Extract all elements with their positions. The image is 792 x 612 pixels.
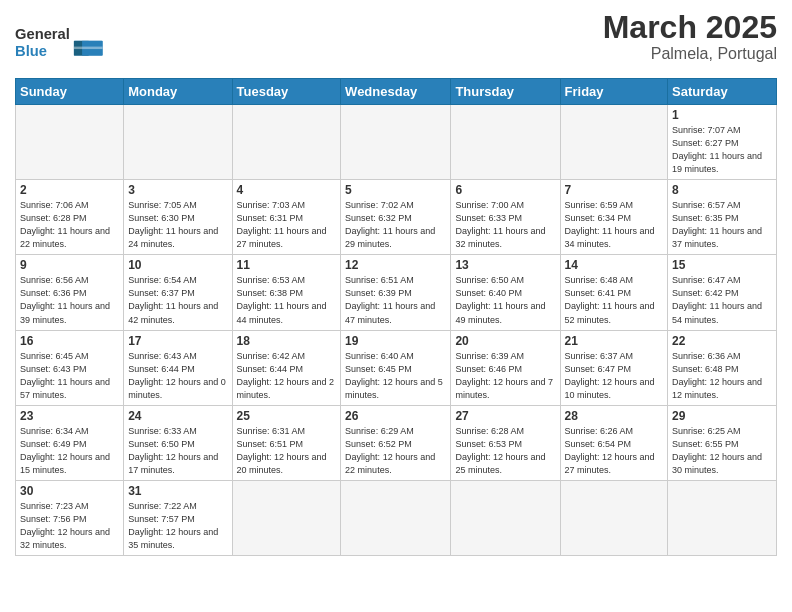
- page-title: March 2025: [603, 10, 777, 45]
- day-number: 1: [672, 108, 772, 122]
- calendar-header-row: Sunday Monday Tuesday Wednesday Thursday…: [16, 79, 777, 105]
- header-saturday: Saturday: [668, 79, 777, 105]
- calendar-cell: 1Sunrise: 7:07 AM Sunset: 6:27 PM Daylig…: [668, 105, 777, 180]
- day-info: Sunrise: 6:28 AM Sunset: 6:53 PM Dayligh…: [455, 425, 555, 477]
- day-number: 25: [237, 409, 337, 423]
- day-number: 13: [455, 258, 555, 272]
- calendar-cell: 11Sunrise: 6:53 AM Sunset: 6:38 PM Dayli…: [232, 255, 341, 330]
- calendar-cell: 8Sunrise: 6:57 AM Sunset: 6:35 PM Daylig…: [668, 180, 777, 255]
- day-number: 10: [128, 258, 227, 272]
- day-info: Sunrise: 6:33 AM Sunset: 6:50 PM Dayligh…: [128, 425, 227, 477]
- calendar-week-4: 16Sunrise: 6:45 AM Sunset: 6:43 PM Dayli…: [16, 330, 777, 405]
- calendar-week-6: 30Sunrise: 7:23 AM Sunset: 7:56 PM Dayli…: [16, 480, 777, 555]
- header-friday: Friday: [560, 79, 668, 105]
- svg-text:Blue: Blue: [15, 43, 47, 59]
- day-info: Sunrise: 6:40 AM Sunset: 6:45 PM Dayligh…: [345, 350, 446, 402]
- calendar-cell: 26Sunrise: 6:29 AM Sunset: 6:52 PM Dayli…: [341, 405, 451, 480]
- calendar-cell: 18Sunrise: 6:42 AM Sunset: 6:44 PM Dayli…: [232, 330, 341, 405]
- day-info: Sunrise: 6:39 AM Sunset: 6:46 PM Dayligh…: [455, 350, 555, 402]
- day-info: Sunrise: 6:48 AM Sunset: 6:41 PM Dayligh…: [565, 274, 664, 326]
- day-number: 3: [128, 183, 227, 197]
- calendar-cell: 10Sunrise: 6:54 AM Sunset: 6:37 PM Dayli…: [124, 255, 232, 330]
- calendar-cell: 28Sunrise: 6:26 AM Sunset: 6:54 PM Dayli…: [560, 405, 668, 480]
- calendar-cell: 5Sunrise: 7:02 AM Sunset: 6:32 PM Daylig…: [341, 180, 451, 255]
- calendar-cell: [16, 105, 124, 180]
- calendar-cell: 14Sunrise: 6:48 AM Sunset: 6:41 PM Dayli…: [560, 255, 668, 330]
- calendar-cell: 3Sunrise: 7:05 AM Sunset: 6:30 PM Daylig…: [124, 180, 232, 255]
- calendar-cell: 20Sunrise: 6:39 AM Sunset: 6:46 PM Dayli…: [451, 330, 560, 405]
- calendar-cell: 15Sunrise: 6:47 AM Sunset: 6:42 PM Dayli…: [668, 255, 777, 330]
- calendar-cell: 9Sunrise: 6:56 AM Sunset: 6:36 PM Daylig…: [16, 255, 124, 330]
- calendar-cell: [232, 105, 341, 180]
- calendar-cell: 4Sunrise: 7:03 AM Sunset: 6:31 PM Daylig…: [232, 180, 341, 255]
- calendar-cell: 31Sunrise: 7:22 AM Sunset: 7:57 PM Dayli…: [124, 480, 232, 555]
- day-number: 20: [455, 334, 555, 348]
- day-info: Sunrise: 6:29 AM Sunset: 6:52 PM Dayligh…: [345, 425, 446, 477]
- day-number: 7: [565, 183, 664, 197]
- day-info: Sunrise: 7:00 AM Sunset: 6:33 PM Dayligh…: [455, 199, 555, 251]
- header-sunday: Sunday: [16, 79, 124, 105]
- logo: General Blue: [15, 15, 105, 70]
- day-number: 15: [672, 258, 772, 272]
- day-info: Sunrise: 6:43 AM Sunset: 6:44 PM Dayligh…: [128, 350, 227, 402]
- day-info: Sunrise: 6:45 AM Sunset: 6:43 PM Dayligh…: [20, 350, 119, 402]
- day-info: Sunrise: 6:47 AM Sunset: 6:42 PM Dayligh…: [672, 274, 772, 326]
- header-tuesday: Tuesday: [232, 79, 341, 105]
- calendar-cell: 25Sunrise: 6:31 AM Sunset: 6:51 PM Dayli…: [232, 405, 341, 480]
- day-info: Sunrise: 6:54 AM Sunset: 6:37 PM Dayligh…: [128, 274, 227, 326]
- calendar-week-5: 23Sunrise: 6:34 AM Sunset: 6:49 PM Dayli…: [16, 405, 777, 480]
- calendar-cell: [232, 480, 341, 555]
- day-number: 12: [345, 258, 446, 272]
- day-number: 14: [565, 258, 664, 272]
- day-info: Sunrise: 6:56 AM Sunset: 6:36 PM Dayligh…: [20, 274, 119, 326]
- day-info: Sunrise: 6:51 AM Sunset: 6:39 PM Dayligh…: [345, 274, 446, 326]
- day-info: Sunrise: 6:57 AM Sunset: 6:35 PM Dayligh…: [672, 199, 772, 251]
- svg-text:General: General: [15, 26, 70, 42]
- day-info: Sunrise: 7:02 AM Sunset: 6:32 PM Dayligh…: [345, 199, 446, 251]
- page: General Blue March 2025 Palmela, Portuga…: [0, 0, 792, 571]
- calendar-cell: [341, 480, 451, 555]
- day-info: Sunrise: 7:07 AM Sunset: 6:27 PM Dayligh…: [672, 124, 772, 176]
- calendar-cell: [560, 105, 668, 180]
- day-number: 6: [455, 183, 555, 197]
- calendar-cell: 17Sunrise: 6:43 AM Sunset: 6:44 PM Dayli…: [124, 330, 232, 405]
- day-info: Sunrise: 6:36 AM Sunset: 6:48 PM Dayligh…: [672, 350, 772, 402]
- day-number: 9: [20, 258, 119, 272]
- calendar-cell: 12Sunrise: 6:51 AM Sunset: 6:39 PM Dayli…: [341, 255, 451, 330]
- day-info: Sunrise: 6:42 AM Sunset: 6:44 PM Dayligh…: [237, 350, 337, 402]
- day-info: Sunrise: 6:34 AM Sunset: 6:49 PM Dayligh…: [20, 425, 119, 477]
- header-thursday: Thursday: [451, 79, 560, 105]
- day-number: 29: [672, 409, 772, 423]
- day-number: 23: [20, 409, 119, 423]
- day-number: 22: [672, 334, 772, 348]
- calendar-cell: 21Sunrise: 6:37 AM Sunset: 6:47 PM Dayli…: [560, 330, 668, 405]
- day-info: Sunrise: 7:06 AM Sunset: 6:28 PM Dayligh…: [20, 199, 119, 251]
- header-monday: Monday: [124, 79, 232, 105]
- title-block: March 2025 Palmela, Portugal: [603, 10, 777, 63]
- day-number: 8: [672, 183, 772, 197]
- day-number: 4: [237, 183, 337, 197]
- calendar-body: 1Sunrise: 7:07 AM Sunset: 6:27 PM Daylig…: [16, 105, 777, 556]
- day-info: Sunrise: 7:23 AM Sunset: 7:56 PM Dayligh…: [20, 500, 119, 552]
- calendar-cell: 22Sunrise: 6:36 AM Sunset: 6:48 PM Dayli…: [668, 330, 777, 405]
- calendar-week-3: 9Sunrise: 6:56 AM Sunset: 6:36 PM Daylig…: [16, 255, 777, 330]
- day-info: Sunrise: 6:25 AM Sunset: 6:55 PM Dayligh…: [672, 425, 772, 477]
- day-number: 11: [237, 258, 337, 272]
- day-number: 21: [565, 334, 664, 348]
- day-number: 28: [565, 409, 664, 423]
- day-number: 19: [345, 334, 446, 348]
- day-info: Sunrise: 7:22 AM Sunset: 7:57 PM Dayligh…: [128, 500, 227, 552]
- calendar-cell: 16Sunrise: 6:45 AM Sunset: 6:43 PM Dayli…: [16, 330, 124, 405]
- day-info: Sunrise: 6:50 AM Sunset: 6:40 PM Dayligh…: [455, 274, 555, 326]
- calendar-cell: 27Sunrise: 6:28 AM Sunset: 6:53 PM Dayli…: [451, 405, 560, 480]
- day-number: 18: [237, 334, 337, 348]
- calendar-cell: [451, 480, 560, 555]
- page-subtitle: Palmela, Portugal: [603, 45, 777, 63]
- calendar-cell: 23Sunrise: 6:34 AM Sunset: 6:49 PM Dayli…: [16, 405, 124, 480]
- day-number: 5: [345, 183, 446, 197]
- day-info: Sunrise: 6:31 AM Sunset: 6:51 PM Dayligh…: [237, 425, 337, 477]
- calendar-week-1: 1Sunrise: 7:07 AM Sunset: 6:27 PM Daylig…: [16, 105, 777, 180]
- calendar-cell: 7Sunrise: 6:59 AM Sunset: 6:34 PM Daylig…: [560, 180, 668, 255]
- calendar-cell: 2Sunrise: 7:06 AM Sunset: 6:28 PM Daylig…: [16, 180, 124, 255]
- header: General Blue March 2025 Palmela, Portuga…: [15, 10, 777, 70]
